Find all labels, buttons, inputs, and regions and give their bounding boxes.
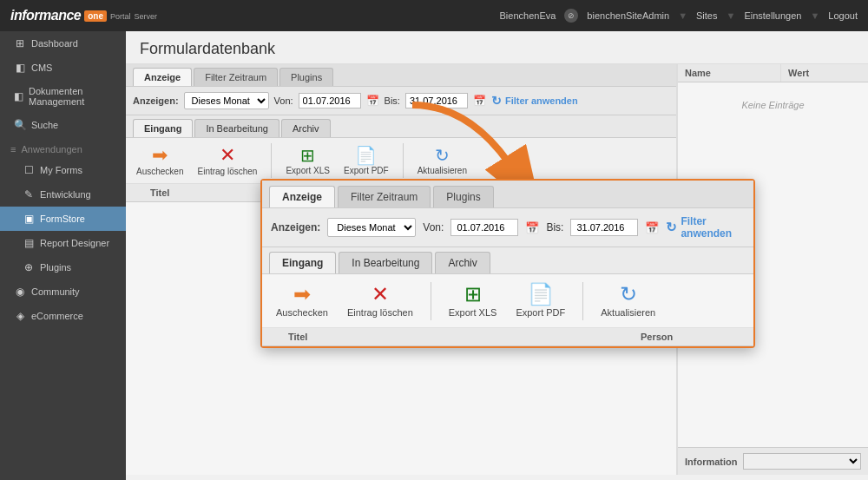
toolbar-sep1 [271, 143, 272, 178]
sub-tab-eingang[interactable]: Eingang [133, 119, 193, 137]
sidebar-item-label: CMS [31, 62, 52, 73]
refresh-button[interactable]: ↻ Aktualisieren [414, 145, 470, 177]
popup-filter-row: Anzeigen: Dieses Monat Von: 📅 Bis: 📅 ↻ F… [262, 208, 753, 247]
delete-button[interactable]: ✕ Eintrag löschen [194, 144, 260, 178]
top-header: informance one Portal Server BienchenEva… [0, 0, 868, 31]
sidebar-item-label: Suche [31, 120, 58, 130]
toolbar: ➡ Auschecken ✕ Eintrag löschen ⊞ Export … [126, 138, 676, 184]
popup-tab-filter[interactable]: Filter Zeitraum [338, 186, 431, 207]
apply-button[interactable]: ↻ Filter anwenden [491, 94, 578, 108]
sidebar-item-reportdesigner[interactable]: ▤ Report Designer [0, 231, 126, 255]
community-icon: ◉ [14, 286, 26, 298]
pdf-label: Export PDF [344, 166, 389, 175]
sidebar-item-plugins[interactable]: ⊕ Plugins [0, 255, 126, 279]
info-select[interactable] [743, 453, 862, 470]
bis-input[interactable] [405, 93, 468, 108]
popup-th-title: Titel [288, 332, 641, 342]
bis-calendar-icon[interactable]: 📅 [473, 95, 486, 107]
popup-tab-plugins[interactable]: Plugins [433, 186, 493, 207]
separator2: ▼ [727, 10, 736, 21]
sidebar-item-cms[interactable]: ◧ CMS [0, 56, 126, 80]
popup-sub-tab-inbearbeitung[interactable]: In Bearbeitung [339, 252, 432, 273]
sites-link[interactable]: Sites [696, 10, 717, 21]
popup-pdf-button[interactable]: 📄 Export PDF [510, 281, 570, 320]
popup-apply-label: Filter anwenden [681, 215, 745, 240]
formstore-icon: ▣ [23, 213, 35, 225]
popup-anzeigen-select[interactable]: Dieses Monat [327, 218, 416, 237]
von-input[interactable] [299, 93, 361, 108]
sidebar-item-ecommerce[interactable]: ◈ eCommerce [0, 304, 126, 328]
tab-anzeige[interactable]: Anzeige [133, 68, 192, 86]
popup-von-label: Von: [423, 221, 444, 233]
popup-checkout-label: Auschecken [276, 307, 328, 318]
page-title: Formulardatenbank [126, 31, 868, 64]
logo-text: informance [10, 8, 81, 23]
anwendungen-label: Anwendungen [21, 144, 82, 155]
filter-row: Anzeigen: Dieses Monat Von: 📅 Bis: 📅 ↻ F… [126, 87, 676, 115]
popup-checkout-button[interactable]: ➡ Auschecken [271, 281, 333, 320]
myforms-icon: ☐ [23, 164, 35, 176]
popup-delete-button[interactable]: ✕ Eintrag löschen [342, 281, 418, 320]
popup-tab-anzeige[interactable]: Anzeige [269, 186, 335, 207]
ecommerce-icon: ◈ [14, 310, 26, 322]
xls-label: Export XLS [286, 166, 330, 175]
popup-bis-input[interactable] [570, 219, 638, 236]
checkout-label: Auschecken [136, 167, 183, 176]
dashboard-icon: ⊞ [14, 37, 26, 49]
sub-tab-inbearbeitung[interactable]: In Bearbeitung [194, 119, 279, 137]
cms-icon: ◧ [14, 62, 26, 74]
sidebar-item-label: Plugins [40, 262, 71, 273]
export-pdf-button[interactable]: 📄 Export PDF [340, 145, 392, 177]
popup-xls-button[interactable]: ⊞ Export XLS [444, 281, 503, 320]
popup-sub-tab-eingang[interactable]: Eingang [269, 252, 336, 273]
checkout-button[interactable]: ➡ Auschecken [133, 144, 187, 178]
reportdesigner-icon: ▤ [23, 237, 35, 249]
export-xls-button[interactable]: ⊞ Export XLS [282, 145, 333, 177]
logo-area: informance one Portal Server [10, 8, 157, 23]
popup-von-calendar-icon[interactable]: 📅 [525, 221, 539, 234]
sidebar-item-formstore[interactable]: ▣ FormStore [0, 207, 126, 231]
anzeigen-label: Anzeigen: [133, 95, 179, 106]
anzeigen-select[interactable]: Dieses Monat [184, 92, 269, 109]
popup-bis-label: Bis: [546, 221, 563, 233]
popup-sub-tabs: Eingang In Bearbeitung Archiv [262, 247, 753, 274]
popup-sep1 [431, 282, 431, 320]
header-right: BienchenEva ⊘ bienchenSiteAdmin ▼ Sites … [500, 9, 858, 23]
popup-sub-tab-archiv[interactable]: Archiv [435, 252, 490, 273]
sidebar-item-entwicklung[interactable]: ✎ Entwicklung [0, 182, 126, 207]
logout-link[interactable]: Logout [828, 10, 858, 21]
sidebar-item-suche[interactable]: 🔍 Suche [0, 113, 126, 137]
popup-apply-button[interactable]: ↻ Filter anwenden [666, 215, 745, 240]
plugins-icon: ⊕ [23, 261, 35, 273]
refresh-icon: ↻ [491, 94, 502, 108]
popup-box: Anzeige Filter Zeitraum Plugins Anzeigen… [260, 179, 755, 348]
main-layout: ⊞ Dashboard ◧ CMS ◧ Dokumenten Managemen… [0, 31, 868, 480]
sidebar-item-label: Community [31, 286, 80, 297]
popup-refresh-icon: ↻ [666, 220, 677, 235]
suche-icon: 🔍 [14, 119, 26, 131]
separator3: ▼ [810, 10, 819, 21]
refresh-label: Aktualisieren [418, 166, 467, 175]
popup-von-input[interactable] [450, 219, 518, 236]
popup-bis-calendar-icon[interactable]: 📅 [645, 221, 659, 234]
popup-th-person: Person [641, 332, 745, 342]
right-panel-header: Name Wert [678, 64, 868, 82]
settings-link[interactable]: Einstellungen [744, 10, 801, 21]
user-admin[interactable]: bienchenSiteAdmin [587, 10, 669, 21]
sidebar-item-community[interactable]: ◉ Community [0, 279, 126, 304]
tab-filter-zeitraum[interactable]: Filter Zeitraum [194, 68, 278, 86]
sub-tab-archiv[interactable]: Archiv [281, 119, 331, 137]
tab-plugins[interactable]: Plugins [279, 68, 333, 86]
sidebar-item-label: Entwicklung [40, 189, 91, 200]
logo-portal: Portal [110, 12, 131, 21]
pdf-icon: 📄 [355, 147, 377, 164]
sidebar-item-dokumgmt[interactable]: ◧ Dokumenten Management [0, 80, 126, 113]
sidebar-item-dashboard[interactable]: ⊞ Dashboard [0, 31, 126, 56]
sidebar-item-label: FormStore [40, 214, 85, 224]
toolbar-sep2 [403, 143, 404, 178]
sidebar-item-label: eCommerce [31, 311, 83, 321]
von-calendar-icon[interactable]: 📅 [366, 95, 379, 107]
sidebar-item-myforms[interactable]: ☐ My Forms [0, 158, 126, 182]
popup-refresh-button[interactable]: ↻ Aktualisieren [595, 281, 661, 320]
von-label: Von: [274, 95, 293, 106]
